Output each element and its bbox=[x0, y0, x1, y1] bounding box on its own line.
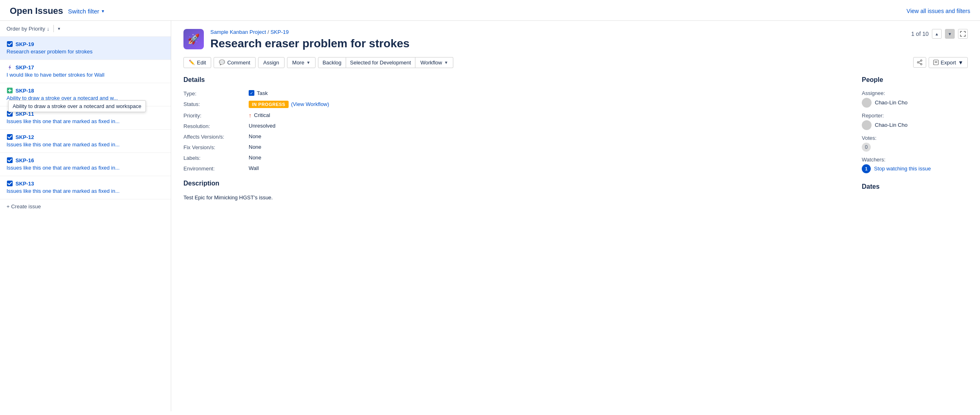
content-area: 🚀 Sample Kanban Project / SKP-19 Researc… bbox=[171, 21, 980, 411]
labels-label: Labels: bbox=[183, 155, 249, 161]
assignee-avatar bbox=[862, 98, 872, 108]
more-button[interactable]: More ▼ bbox=[287, 57, 316, 68]
action-toolbar: ✏️ Edit 💬 Comment Assign More ▼ Backlog bbox=[183, 57, 968, 68]
checkbox-icon-skp16 bbox=[7, 157, 13, 163]
view-all-issues-link[interactable]: View all issues and filters bbox=[907, 8, 970, 14]
page-title: Open Issues bbox=[10, 6, 63, 16]
sidebar-item-skp13[interactable]: SKP-13 Issues like this one that are mar… bbox=[0, 176, 171, 199]
status-label: Status: bbox=[183, 101, 249, 107]
order-by-label: Order by Priority ↓ bbox=[7, 26, 49, 32]
action-toolbar-left: ✏️ Edit 💬 Comment Assign More ▼ Backlog bbox=[183, 57, 453, 68]
svg-point-9 bbox=[920, 60, 922, 62]
sidebar: Order by Priority ↓ ▾ SKP-19 Research er… bbox=[0, 21, 171, 411]
detail-row-affects: Affects Version/s: None bbox=[183, 133, 845, 140]
checkbox-icon-skp13 bbox=[7, 180, 13, 187]
assign-button[interactable]: Assign bbox=[258, 57, 285, 68]
issue-header: 🚀 Sample Kanban Project / SKP-19 Researc… bbox=[183, 29, 968, 51]
priority-label: Priority: bbox=[183, 112, 249, 119]
issue-nav: 1 of 10 ▲ ▼ bbox=[911, 29, 968, 39]
edit-button[interactable]: ✏️ Edit bbox=[183, 57, 211, 68]
votes-count: 0 bbox=[862, 143, 871, 152]
labels-value: None bbox=[249, 155, 261, 161]
svg-point-10 bbox=[917, 62, 919, 63]
issue-title-skp12: Issues like this one that are marked as … bbox=[7, 141, 153, 148]
reporter-name: Chao-Lin Cho bbox=[875, 122, 907, 128]
sidebar-order-bar: Order by Priority ↓ ▾ bbox=[0, 21, 171, 37]
workflow-button[interactable]: Workflow ▼ bbox=[415, 57, 453, 68]
sidebar-item-skp16[interactable]: SKP-16 Issues like this one that are mar… bbox=[0, 153, 171, 176]
issue-breadcrumb: Sample Kanban Project / SKP-19 bbox=[210, 29, 410, 35]
affects-value: None bbox=[249, 133, 261, 139]
order-dropdown-icon[interactable]: ▾ bbox=[58, 26, 60, 31]
description-section: Description Test Epic for Mimicking HGST… bbox=[183, 180, 845, 202]
selected-for-dev-button[interactable]: Selected for Development bbox=[346, 57, 416, 68]
issue-counter: 1 of 10 bbox=[911, 31, 929, 37]
comment-button[interactable]: 💬 Comment bbox=[214, 57, 255, 68]
create-issue-button[interactable]: + Create issue bbox=[0, 199, 171, 214]
switch-filter-button[interactable]: Switch filter ▼ bbox=[68, 8, 105, 15]
detail-row-type: Type: Task bbox=[183, 90, 845, 97]
backlog-button[interactable]: Backlog bbox=[318, 57, 346, 68]
issue-title-skp19: Research eraser problem for strokes bbox=[7, 49, 153, 55]
sidebar-item-skp19[interactable]: SKP-19 Research eraser problem for strok… bbox=[0, 37, 171, 60]
environment-label: Environment: bbox=[183, 165, 249, 172]
sidebar-item-skp18[interactable]: SKP-18 Ability to draw a stroke over a n… bbox=[0, 83, 171, 106]
stop-watching-link[interactable]: Stop watching this issue bbox=[874, 166, 931, 172]
svg-point-11 bbox=[920, 64, 922, 65]
people-title: People bbox=[862, 76, 968, 84]
votes-value: 0 bbox=[862, 143, 968, 152]
people-sidebar: People Assignee: Chao-Lin Cho Reporter: … bbox=[862, 76, 968, 202]
sidebar-item-skp17[interactable]: SKP-17 I would like to have better strok… bbox=[0, 60, 171, 83]
svg-line-13 bbox=[918, 63, 920, 64]
switch-filter-label: Switch filter bbox=[68, 8, 99, 15]
assignee-name: Chao-Lin Cho bbox=[875, 99, 907, 106]
project-name[interactable]: Sample Kanban Project bbox=[210, 29, 266, 35]
affects-label: Affects Version/s: bbox=[183, 133, 249, 140]
priority-value: ↑ Critical bbox=[249, 112, 270, 119]
reporter-value: Chao-Lin Cho bbox=[862, 120, 968, 130]
switch-filter-arrow-icon: ▼ bbox=[101, 9, 105, 13]
project-icon: 🚀 bbox=[183, 29, 204, 49]
workflow-dropdown-icon: ▼ bbox=[444, 60, 448, 65]
details-section: Details Type: Task Status: IN PROGRESS bbox=[183, 76, 968, 202]
issue-id-skp13: SKP-13 bbox=[7, 180, 164, 187]
reporter-avatar bbox=[862, 120, 872, 130]
assignee-value: Chao-Lin Cho bbox=[862, 98, 968, 108]
type-label: Type: bbox=[183, 90, 249, 97]
comment-icon: 💬 bbox=[219, 60, 225, 65]
svg-line-12 bbox=[918, 61, 920, 62]
priority-icon: ↑ bbox=[249, 112, 252, 119]
nav-up-button[interactable]: ▲ bbox=[932, 29, 942, 39]
description-text: Test Epic for Mimicking HGST's issue. bbox=[183, 194, 845, 202]
issue-id-skp12: SKP-12 bbox=[7, 134, 164, 140]
dates-section: Dates bbox=[862, 183, 968, 190]
issue-id-breadcrumb[interactable]: SKP-19 bbox=[270, 29, 289, 35]
type-value: Task bbox=[249, 90, 268, 96]
task-checkbox-icon bbox=[249, 90, 254, 96]
sidebar-item-skp12[interactable]: SKP-12 Issues like this one that are mar… bbox=[0, 130, 171, 153]
issue-title-block: Sample Kanban Project / SKP-19 Research … bbox=[210, 29, 410, 51]
view-workflow-link[interactable]: (View Workflow) bbox=[291, 101, 329, 107]
detail-row-fix: Fix Version/s: None bbox=[183, 144, 845, 150]
watchers-row: 1 Stop watching this issue bbox=[862, 164, 968, 173]
issue-id-skp18: SKP-18 bbox=[7, 87, 164, 94]
resolution-value: Unresolved bbox=[249, 123, 276, 129]
sidebar-divider bbox=[53, 25, 54, 32]
details-main: Details Type: Task Status: IN PROGRESS bbox=[183, 76, 845, 202]
issue-title-skp11: Issues like this one that are marked as … bbox=[7, 118, 153, 124]
more-dropdown-icon: ▼ bbox=[306, 60, 310, 65]
fix-value: None bbox=[249, 144, 261, 150]
issue-title-skp13: Issues like this one that are marked as … bbox=[7, 188, 153, 194]
details-section-title: Details bbox=[183, 76, 845, 84]
issue-id-skp16: SKP-16 bbox=[7, 157, 164, 163]
expand-button[interactable] bbox=[958, 29, 968, 39]
export-button[interactable]: Export ▼ bbox=[929, 57, 968, 68]
svg-marker-1 bbox=[9, 64, 11, 70]
share-button[interactable] bbox=[913, 57, 926, 68]
votes-label: Votes: bbox=[862, 135, 968, 141]
plus-icon-skp18 bbox=[7, 87, 13, 94]
nav-down-button[interactable]: ▼ bbox=[945, 29, 955, 39]
watchers-label: Watchers: bbox=[862, 157, 968, 163]
skp18-tooltip: Ability to draw a stroke over a notecard… bbox=[8, 100, 146, 112]
status-button-group: Backlog Selected for Development Workflo… bbox=[318, 57, 453, 68]
